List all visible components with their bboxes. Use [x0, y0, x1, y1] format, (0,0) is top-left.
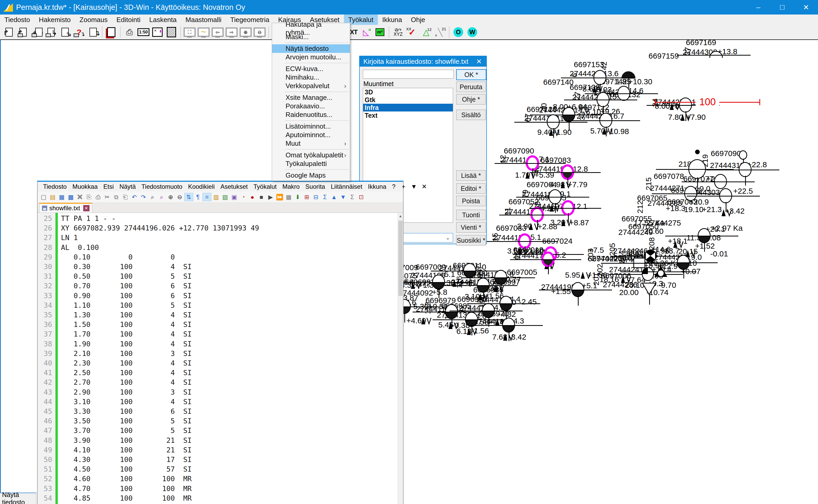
editor-ext-1-icon[interactable]: ⬇: [293, 193, 302, 201]
muuntimet-option-gtk[interactable]: Gtk: [363, 96, 453, 104]
menubar-item-tiedosto[interactable]: Tiedosto: [0, 15, 34, 25]
dialog-button-peruuta[interactable]: Peruuta: [456, 82, 486, 92]
editor-new-tab-icon[interactable]: +: [398, 183, 409, 190]
dialog-button-suosikki[interactable]: Suosikki *: [456, 235, 486, 246]
editor-new-file-icon[interactable]: ▢: [39, 193, 48, 201]
save-red-button[interactable]: [104, 26, 118, 39]
hatch-page-button[interactable]: [164, 26, 178, 39]
menu-item-muut[interactable]: Muut›: [272, 139, 350, 148]
menu-item-aputoiminnot[interactable]: Aputoiminnot...: [272, 131, 350, 139]
menubar-item-maastomalli[interactable]: Maastomalli: [181, 15, 226, 25]
read-multi-button[interactable]: ◈◈: [30, 26, 44, 39]
editor-zoom-in-icon[interactable]: ⊕: [166, 193, 175, 201]
menu-item-google-maps[interactable]: Google Maps: [272, 171, 350, 180]
write-file-button[interactable]: ↳: [44, 26, 58, 39]
dialog-close-icon[interactable]: ✕: [472, 58, 486, 66]
menu-item-omat-ty-kalupaletit[interactable]: Omat työkalupaletit›: [272, 151, 350, 159]
editor-menu-suorita[interactable]: Suorita: [302, 183, 328, 190]
menu-item-porakaavio[interactable]: Porakaavio...: [272, 102, 350, 110]
editor-ext-7-icon[interactable]: Σ: [348, 193, 356, 201]
triangle-12-button[interactable]: △12: [419, 26, 433, 39]
editor-menu-ikkuna[interactable]: Ikkuna: [365, 183, 389, 190]
editor-close-file-icon[interactable]: 🗙: [75, 193, 84, 201]
check-points-button[interactable]: ✓XX: [405, 26, 419, 39]
tab-showfile[interactable]: showfile.txt ✕: [39, 203, 92, 213]
filename-input[interactable]: [363, 70, 454, 79]
editor-menu-etsi[interactable]: Etsi: [101, 183, 117, 190]
pan-left-button[interactable]: ⇦: [211, 26, 225, 39]
o-tool-button[interactable]: O: [451, 26, 465, 39]
page-setup-button[interactable]: ✕▮: [150, 26, 164, 39]
editor-menu-ty-kalut[interactable]: Työkalut: [250, 183, 279, 190]
editor-print-icon[interactable]: ⎙: [94, 193, 102, 201]
editor-folder-panel-icon[interactable]: ▣: [230, 193, 239, 201]
editor-macro-save-icon[interactable]: ▦: [284, 193, 293, 201]
xyz-plus-button[interactable]: ⊘∕+XYZ: [391, 26, 405, 39]
menubar-item-laskenta[interactable]: Laskenta: [145, 15, 181, 25]
dialog-button-ok[interactable]: OK *: [456, 69, 486, 80]
minimize-button[interactable]: –: [746, 0, 770, 15]
muuntimet-option-text[interactable]: Text: [363, 111, 453, 119]
scale-1-50-button[interactable]: 1:50: [136, 26, 150, 39]
editor-menu-liit-nn-iset[interactable]: Liitännäiset: [328, 183, 365, 190]
editor-redo-icon[interactable]: ↷: [139, 193, 148, 201]
copy-file-button[interactable]: ⇘: [58, 26, 72, 39]
triangle-calc-button[interactable]: ◺α: [359, 26, 373, 39]
editor-word-wrap-icon[interactable]: ≡: [202, 193, 211, 201]
editor-replace-icon[interactable]: ⌕: [157, 193, 166, 201]
editor-scrollbar[interactable]: ▲: [397, 213, 403, 504]
menubar-item-hakemisto[interactable]: Hakemisto: [34, 15, 75, 25]
editor-copy-icon[interactable]: ⧉: [112, 193, 121, 201]
menubar-item-tiegeometria[interactable]: Tiegeometria: [226, 15, 274, 25]
editor-find-icon[interactable]: ⌕: [148, 193, 157, 201]
scroll-up-icon[interactable]: ▲: [398, 213, 403, 219]
editor-ext-3-icon[interactable]: ⊟: [311, 193, 320, 201]
tab-close-icon[interactable]: ✕: [83, 205, 89, 211]
editor-save-file-icon[interactable]: ▦: [57, 193, 66, 201]
menubar-item-editointi[interactable]: Editointi: [112, 15, 145, 25]
dialog-button-tuonti[interactable]: Tuonti: [456, 210, 486, 220]
menubar-item-zoomaus[interactable]: Zoomaus: [75, 15, 112, 25]
editor-ext-5-icon[interactable]: ▲: [330, 193, 338, 201]
editor-show-symbols-icon[interactable]: ¶: [193, 193, 202, 201]
editor-menu-[interactable]: ?: [389, 183, 398, 190]
menu-item-lis-toiminnot[interactable]: Lisätoiminnot...: [272, 122, 350, 131]
menu-item-xsite-manage[interactable]: Xsite Manage...: [272, 93, 350, 102]
read-file-button[interactable]: ↱: [2, 26, 16, 39]
muuntimet-option-3d[interactable]: 3D: [363, 88, 453, 96]
menu-item-nimihaku[interactable]: Nimihaku...: [272, 73, 350, 82]
dialog-button-sis-lt[interactable]: Sisältö: [456, 110, 486, 120]
help-file-button[interactable]: ?↴: [72, 26, 86, 39]
editor-save-all-icon[interactable]: ▩: [66, 193, 75, 201]
editor-ext-8-icon[interactable]: ⊡: [357, 193, 366, 201]
w-tool-button[interactable]: W: [465, 26, 479, 39]
editor-menu-muokkaa[interactable]: Muokkaa: [69, 183, 100, 190]
editor-cut-icon[interactable]: ✂: [103, 193, 111, 201]
editor-menu-koodikieli[interactable]: Koodikieli: [185, 183, 218, 190]
editor-ext-6-icon[interactable]: ▼: [339, 193, 347, 201]
menu-item-ty-kalupaletti[interactable]: Työkalupaletti: [272, 159, 350, 168]
zoom-in-button[interactable]: ⊕: [239, 26, 253, 39]
print-button[interactable]: ⎙: [122, 26, 136, 39]
editor-close-all-icon[interactable]: ⎘: [85, 193, 93, 201]
editor-ext-2-icon[interactable]: ⊞: [302, 193, 311, 201]
maximize-button[interactable]: □: [770, 0, 794, 15]
scrollbar-thumb[interactable]: [398, 221, 402, 296]
zoom-out-button[interactable]: ⊖: [253, 26, 267, 39]
dialog-button-ohje[interactable]: Ohje *: [456, 94, 486, 104]
menu-item-ecw-kuva[interactable]: ECW-kuva...: [272, 65, 350, 73]
editor-close-icon[interactable]: ✕: [419, 183, 430, 190]
editor-func-list-icon[interactable]: ▧: [221, 193, 229, 201]
editor-macro-stop-icon[interactable]: ■: [257, 193, 266, 201]
editor-content[interactable]: 25TT PA 1 1 - -26XY 6697082.939 27444196…: [38, 213, 403, 504]
editor-menu-tiedostomuoto[interactable]: Tiedostomuoto: [138, 183, 185, 190]
menubar-item-ohje[interactable]: Ohje: [406, 15, 430, 25]
menu-item-verkkopalvelut[interactable]: Verkkopalvelut›: [272, 82, 350, 90]
draw-pen-button[interactable]: 〜: [197, 26, 211, 39]
editor-monitor-icon[interactable]: ◔: [239, 193, 248, 201]
menu-item-arvojen-muotoilu[interactable]: Arvojen muotoilu...: [272, 53, 350, 61]
editor-tab-list-icon[interactable]: ▼: [409, 183, 419, 190]
dialog-button-lis[interactable]: Lisää *: [456, 170, 486, 181]
menu-item-raidenuotitus[interactable]: Raidenuotitus...: [272, 110, 350, 119]
editor-doc-map-icon[interactable]: ▥: [212, 193, 220, 201]
